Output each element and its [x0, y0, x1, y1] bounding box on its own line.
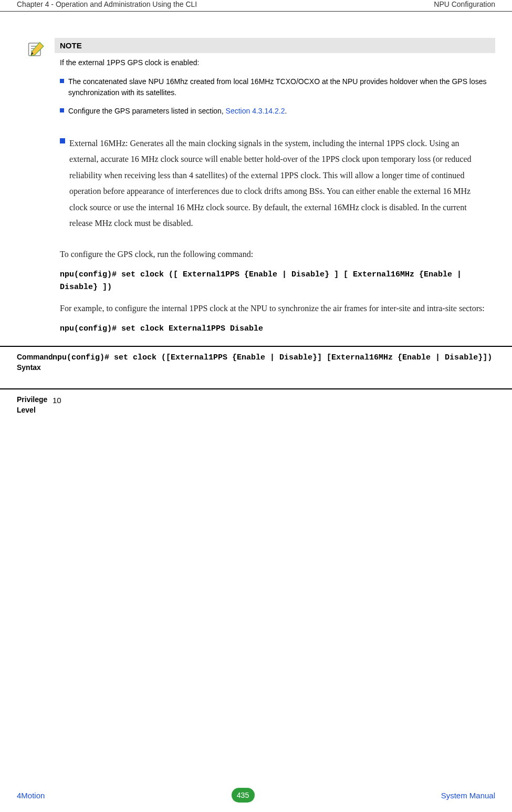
privilege-level-label: Privilege Level [0, 395, 53, 415]
command-syntax-label: Command Syntax [0, 352, 53, 373]
square-bullet-icon [60, 138, 65, 143]
paragraph-1: To configure the GPS clock, run the foll… [17, 247, 495, 262]
page-number-badge: 435 [232, 788, 255, 803]
main-bullet: External 16MHz: Generates all the main c… [17, 136, 495, 231]
note-body: NOTE If the external 1PPS GPS clock is e… [55, 38, 495, 124]
command-1: npu(config)# set clock ([ External1PPS {… [17, 269, 495, 294]
footer-system-manual: System Manual [441, 791, 495, 800]
table-row: Command Syntax npu(config)# set clock ([… [0, 346, 512, 388]
header-right: NPU Configuration [434, 0, 495, 8]
note-pencil-icon [17, 38, 55, 61]
privilege-level-value: 10 [53, 395, 512, 415]
main-bullet-text: External 16MHz: Generates all the main c… [69, 136, 490, 231]
note-intro: If the external 1PPS GPS clock is enable… [55, 58, 495, 67]
section-link[interactable]: Section 4.3.14.2.2 [226, 107, 285, 115]
command-syntax-value: npu(config)# set clock ([External1PPS {E… [53, 352, 512, 373]
note-bullet-1-text: The concatenated slave NPU 16Mhz created… [68, 76, 490, 98]
note-title: NOTE [55, 38, 495, 53]
note-bullet-2-prefix: Configure the GPS parameters listed in s… [68, 107, 226, 115]
page-content: NOTE If the external 1PPS GPS clock is e… [0, 38, 512, 335]
page-header: Chapter 4 - Operation and Administration… [0, 0, 512, 12]
note-bullet-2-suffix: . [285, 107, 287, 115]
attr-table: Command Syntax npu(config)# set clock ([… [0, 346, 512, 431]
note-bullet-2: Configure the GPS parameters listed in s… [55, 106, 495, 117]
note-bullet-2-text: Configure the GPS parameters listed in s… [68, 106, 287, 117]
note-block: NOTE If the external 1PPS GPS clock is e… [17, 38, 495, 124]
footer-brand: 4Motion [17, 791, 45, 800]
page-footer: 4Motion 435 System Manual [0, 788, 512, 803]
square-bullet-icon [60, 108, 64, 112]
table-row: Privilege Level 10 [0, 388, 512, 431]
command-2: npu(config)# set clock External1PPS Disa… [17, 323, 495, 335]
note-bullet-1: The concatenated slave NPU 16Mhz created… [55, 76, 495, 98]
paragraph-2: For example, to configure the internal 1… [17, 301, 495, 316]
square-bullet-icon [60, 79, 64, 83]
header-left: Chapter 4 - Operation and Administration… [17, 0, 197, 8]
